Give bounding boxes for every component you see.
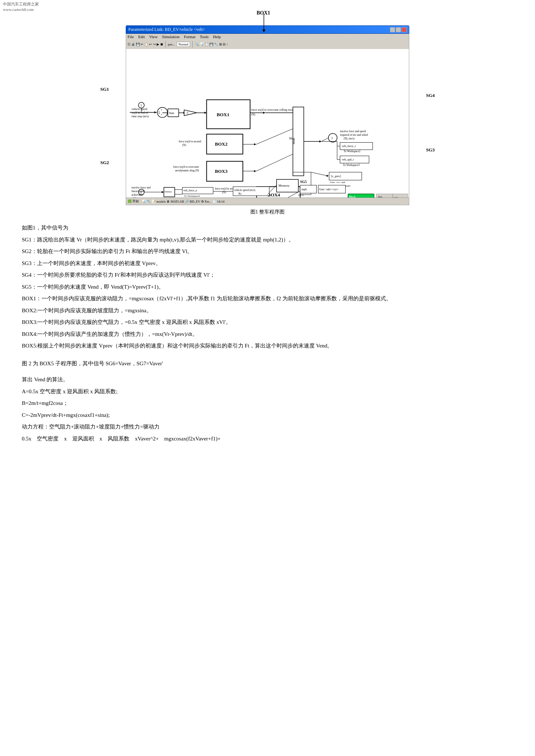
fig2-intro: 图 2 为 BOX5 子程序图，其中信号 SG6=Vaver，SG7=Vaver… bbox=[22, 358, 513, 369]
svg-text:To Workspace3: To Workspace3 bbox=[343, 163, 359, 167]
box5-desc: BOX5:根据上个时间步的末速度 Vprev（本时间步的初速度）和这个时间步实际… bbox=[22, 341, 513, 351]
simulink-window: Parameterized Link: BD_EV/vehicle <veh> … bbox=[126, 25, 409, 205]
text-content: 如图1，其中信号为 SG1：路况给出的车速 Vr（时间步的末速度，路况向量为 m… bbox=[22, 223, 513, 444]
svg-text:(N), (m/s): (N), (m/s) bbox=[343, 137, 354, 140]
menu-edit[interactable]: Edit bbox=[138, 34, 145, 39]
svg-text:Goto <vc> and: Goto <vc> and bbox=[330, 181, 345, 184]
intro-text: 如图1，其中信号为 bbox=[22, 223, 513, 233]
svg-text:mph: mph bbox=[302, 188, 307, 191]
formula-c: C=-2mVprev/dt-Ft+mgx(cosaxf1+sina); bbox=[22, 410, 513, 420]
sg2-callout: SG2 bbox=[100, 160, 109, 166]
statusbar-items: 📊 🔧 📝 models 🖥 MATLAB 🔗 BD_EV ⚙ Par... 🕐… bbox=[142, 200, 224, 203]
toolbar-separator2 bbox=[192, 41, 193, 48]
box1-callout-label: BOX1 bbox=[257, 10, 270, 16]
formula-a: A=0.5x 空气密度 x 迎风面积 x 风阻系数; bbox=[22, 386, 513, 397]
formula-b: B=2m/t+mgf2cosa； bbox=[22, 398, 513, 409]
svg-text:veh_spd_r: veh_spd_r bbox=[342, 158, 354, 161]
page-content: BOX1 SG1 SG2 SG3 SG4 bbox=[0, 15, 535, 460]
svg-text:(N): (N) bbox=[182, 143, 186, 147]
svg-text:BOX3: BOX3 bbox=[215, 168, 228, 174]
svg-text:force req'd to overcome: force req'd to overcome bbox=[173, 165, 199, 168]
svg-text:linear speed: linear speed bbox=[132, 190, 145, 193]
toolbar-pax: pax... bbox=[168, 42, 175, 46]
sg1-desc: SG1：路况给出的车速 Vr（时间步的末速度，路况向量为 mph(t,v),那么… bbox=[22, 235, 513, 245]
toolbar-icons2: 🔍 📊 📋 💾 🔧 ⊞ ⊟ ↑ bbox=[195, 42, 228, 46]
simulink-canvas: + + Σ vehicle speed req'd at end of time… bbox=[126, 49, 409, 205]
svg-text:Sum: Sum bbox=[169, 111, 174, 115]
svg-text:aerodynamic drag (N): aerodynamic drag (N) bbox=[175, 169, 199, 172]
toolbar-icons: 🗋 🖨 💾 ✂ 📋 ↩ ↪ ▶ ⏹ bbox=[128, 42, 163, 46]
menu-format[interactable]: Format bbox=[184, 34, 196, 39]
svg-text:.5: .5 bbox=[186, 111, 189, 115]
diagram-outer: BOX1 SG1 SG2 SG3 SG4 bbox=[118, 25, 417, 205]
simulink-menubar: File Edit View Simulation Format Tools H… bbox=[126, 34, 409, 40]
svg-text:1: 1 bbox=[140, 103, 142, 107]
box3-desc: BOX3:一个时间步内应该克服的空气阻力，=0.5x 空气密度 x 迎风面积 x… bbox=[22, 317, 513, 328]
maximize-button[interactable] bbox=[396, 27, 401, 32]
toolbar-normal: Normal bbox=[177, 42, 190, 47]
svg-rect-1 bbox=[126, 49, 409, 205]
svg-text:vehicle speed (m/s): vehicle speed (m/s) bbox=[234, 188, 256, 192]
sg4-desc: SG4：一个时间步所要求轮胎的牵引力 Ft'和本时间步内应该达到平均线速度 Vl… bbox=[22, 270, 513, 280]
calc-title: 算出 Vend 的算法。 bbox=[22, 374, 513, 385]
svg-text:Σ: Σ bbox=[158, 111, 160, 114]
box4-desc: BOX4:一个时间步内应该产生的加速度力（惯性力），=mx(Vr-Vprev)/… bbox=[22, 329, 513, 340]
simulink-diagram-svg: + + Σ vehicle speed req'd at end of time… bbox=[126, 49, 409, 205]
svg-text:1: 1 bbox=[331, 136, 333, 140]
win-controls bbox=[390, 27, 407, 32]
svg-text:(m/s): (m/s) bbox=[298, 194, 304, 196]
menu-simulation[interactable]: Simulation bbox=[162, 34, 180, 39]
svg-text:(N): (N) bbox=[222, 191, 226, 194]
svg-text:+: + bbox=[161, 108, 162, 111]
svg-text:(N): (N) bbox=[251, 113, 255, 116]
menu-help[interactable]: Help bbox=[213, 34, 221, 39]
sg3-callout: SG3 bbox=[426, 147, 435, 153]
sg5-desc: SG5：一个时间步的末速度 Vend，即 Vend(T)=Vprev(T+1)。 bbox=[22, 282, 513, 292]
watermark: 中国汽车工程师之家 www.cartech8.com bbox=[3, 1, 39, 13]
simulink-title: Parameterized Link: BD_EV/vehicle <veh> bbox=[128, 27, 205, 32]
svg-text:tractive force and: tractive force and bbox=[132, 186, 151, 189]
formula-long: 0.5x 空气密度 x 迎风面积 x 风阻系数 xVaver^2+ mgxcos… bbox=[22, 434, 513, 444]
svg-text:BOX1: BOX1 bbox=[217, 112, 229, 117]
simulink-toolbar: 🗋 🖨 💾 ✂ 📋 ↩ ↪ ▶ ⏹ pax... Normal 🔍 📊 📋 💾 … bbox=[126, 40, 409, 49]
menu-tools[interactable]: Tools bbox=[200, 34, 209, 39]
svg-text:BOX2: BOX2 bbox=[215, 141, 228, 147]
svg-text:Memory: Memory bbox=[278, 184, 290, 187]
svg-text:Demux: Demux bbox=[165, 190, 172, 193]
svg-text:To Workspace4: To Workspace4 bbox=[184, 195, 200, 198]
menu-file[interactable]: File bbox=[128, 34, 134, 39]
simulink-statusbar: 🟩 开始 📊 🔧 📝 models 🖥 MATLAB 🔗 BD_EV ⚙ Par… bbox=[126, 198, 409, 205]
svg-text:force req'd to overcome rollin: force req'd to overcome rolling resist..… bbox=[251, 108, 296, 111]
sg1-callout: SG1 bbox=[100, 86, 109, 92]
svg-text:Kc: Kc bbox=[238, 192, 242, 195]
formula-dynamics: 动力方程：空气阻力+滚动阻力+坡度阻力+惯性力=驱动力 bbox=[22, 422, 513, 432]
svg-text:required of tire and wheel: required of tire and wheel bbox=[340, 133, 368, 137]
svg-text:force req'd to ascend: force req'd to ascend bbox=[179, 140, 201, 143]
svg-text:veh_force_a: veh_force_a bbox=[184, 189, 197, 192]
figure-caption: 图1 整车程序图 bbox=[22, 209, 513, 215]
box1-desc: BOX1：一个时间步内应该克服的滚动阻力，=mgxcosax（f2xVl'+f1… bbox=[22, 293, 513, 304]
svg-text:veh_force_r: veh_force_r bbox=[342, 145, 356, 148]
toolbar-separator bbox=[165, 41, 166, 48]
svg-text:time step (m/s): time step (m/s) bbox=[132, 115, 149, 118]
sg3-desc: SG3：上一个时间步的末速度，本时间步的初速度 Vprev。 bbox=[22, 258, 513, 269]
svg-text:Mux: Mux bbox=[289, 137, 295, 140]
svg-text:[v_prev]: [v_prev] bbox=[331, 175, 341, 178]
svg-text:To Workspace2: To Workspace2 bbox=[343, 150, 360, 153]
svg-text:Goto <sdo><cyc>: Goto <sdo><cyc> bbox=[319, 188, 339, 191]
sg4-callout: SG4 bbox=[426, 93, 435, 98]
sg2-desc: SG2：轮胎在一个时间步实际输出的牵引力 Ft 和输出的平均线速度 Vl。 bbox=[22, 246, 513, 257]
svg-text:vehicle speed: vehicle speed bbox=[132, 107, 147, 111]
svg-text:achievable: achievable bbox=[132, 193, 144, 196]
minimize-button[interactable] bbox=[390, 27, 395, 32]
close-button[interactable] bbox=[402, 27, 407, 32]
svg-text:tractive force and speed: tractive force and speed bbox=[340, 130, 366, 133]
box2-desc: BOX2:一个时间步内应该克服的坡度阻力，=mgxsina。 bbox=[22, 305, 513, 316]
menu-view[interactable]: View bbox=[149, 34, 157, 39]
start-button: 🟩 开始 bbox=[128, 199, 139, 204]
svg-text:SG5: SG5 bbox=[300, 180, 307, 184]
svg-text:+: + bbox=[161, 113, 162, 116]
